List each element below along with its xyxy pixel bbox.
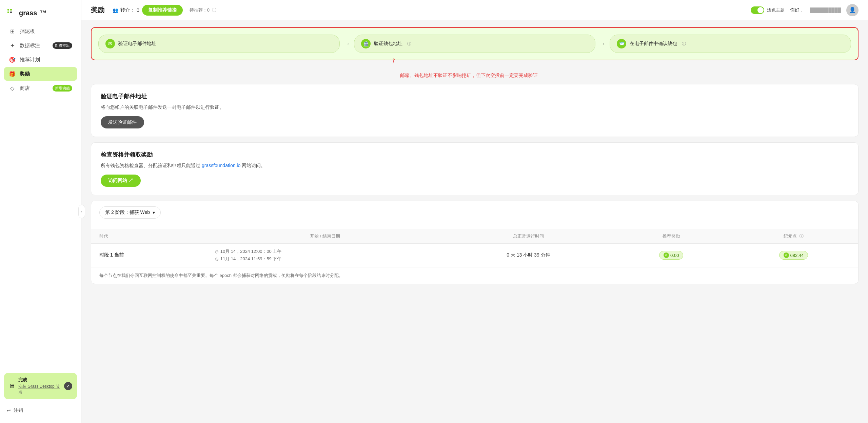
epoch-points: ⊛ 682.44 <box>729 244 858 267</box>
referral-people-icon: 👥 <box>113 7 118 13</box>
grassfoundation-link[interactable]: grassfoundation.io <box>202 163 240 168</box>
logo-icon <box>7 8 16 18</box>
chevron-down-icon: ▾ <box>153 210 155 215</box>
sidebar-item-data-label[interactable]: ✦ 数据标注 即将推出 <box>4 39 77 52</box>
sidebar-item-label: 商店 <box>20 85 30 92</box>
step-verify-wallet[interactable]: 🏦 验证钱包地址 ⓘ <box>354 35 595 53</box>
uptime: 0 天 13 小时 39 分钟 <box>443 244 614 267</box>
svg-rect-2 <box>7 12 9 13</box>
epoch-card-header: 第 2 阶段：捕获 Web ▾ <box>91 201 858 229</box>
email-verification-card: 验证电子邮件地址 将向您帐户的关联电子邮件发送一封电子邮件以进行验证。 发送验证… <box>91 84 859 137</box>
logout-button[interactable]: ↩ 注销 <box>0 403 81 418</box>
install-card-subtitle[interactable]: 安装 Grass Desktop 节点 <box>18 384 61 395</box>
svg-rect-0 <box>7 9 9 11</box>
wallet-step-info: ⓘ <box>407 41 411 47</box>
user-avatar[interactable]: 👤 <box>846 4 859 16</box>
table-footnote: 每个节点在我们夺回互联网控制权的使命中都至关重要。每个 epoch 都会捕获对网… <box>91 267 858 284</box>
username: ██████████ <box>810 7 841 13</box>
verification-steps-box: ✉ 验证电子邮件地址 → 🏦 验证钱包地址 ⓘ → 📨 在电子邮件中确认钱包 ⓘ <box>91 27 859 60</box>
check-eligibility-card: 检查资格并领取奖励 所有钱包资格检查器、分配验证和申领只能通过 grassfou… <box>91 142 859 195</box>
send-verification-email-button[interactable]: 发送验证邮件 <box>101 116 144 128</box>
email-step-icon: ✉ <box>105 39 115 48</box>
sidebar-item-label: 数据标注 <box>20 42 40 49</box>
step-verify-email[interactable]: ✉ 验证电子邮件地址 <box>98 35 340 53</box>
sidebar-item-rewards[interactable]: 🎁 奖励 <box>4 67 77 81</box>
install-card[interactable]: 🖥 完成 安装 Grass Desktop 节点 ✓ <box>4 373 77 399</box>
theme-toggle[interactable]: 浅色主题 <box>751 6 785 14</box>
start-date: 10月 14，2024 12:00：00 上午 <box>220 248 282 255</box>
end-date: 11月 14，2024 11:59：59 下午 <box>220 256 282 262</box>
content-area: ✉ 验证电子邮件地址 → 🏦 验证钱包地址 ⓘ → 📨 在电子邮件中确认钱包 ⓘ <box>81 20 868 423</box>
theme-label: 浅色主题 <box>767 7 785 13</box>
user-greeting: 你好， <box>790 7 804 13</box>
data-label-badge: 即将推出 <box>53 42 72 49</box>
sidebar-item-dashboard[interactable]: ⊞ 挡泥板 <box>4 24 77 38</box>
header-right: 浅色主题 你好， ██████████ 👤 <box>751 4 859 16</box>
step-verify-email-label: 验证电子邮件地址 <box>118 41 156 47</box>
col-epoch-points: 纪元点 ⓘ <box>729 229 858 244</box>
table-row: 时段 1 当前 ◷ 10月 14，2024 12:00：00 上午 ◷ 11月 … <box>91 244 858 267</box>
sidebar-item-shop[interactable]: ◇ 商店 新增功能 <box>4 81 77 95</box>
step-confirm-wallet[interactable]: 📨 在电子邮件中确认钱包 ⓘ <box>610 35 851 53</box>
sidebar: grass™ ⊞ 挡泥板 ✦ 数据标注 即将推出 🎯 推荐计划 🎁 奖励 ◇ 商… <box>0 0 81 423</box>
end-date-line: ◷ 11月 14，2024 11:59：59 下午 <box>215 256 435 262</box>
dashboard-icon: ⊞ <box>9 28 16 35</box>
referral-reward: ⊛ 0.00 <box>614 244 729 267</box>
epoch-selector[interactable]: 第 2 阶段：捕获 Web ▾ <box>99 206 161 219</box>
epoch-points-pill: ⊛ 682.44 <box>779 251 808 260</box>
annotation-text: 邮箱、钱包地址不验证不影响挖矿，但下次空投前一定要完成验证 <box>400 73 538 79</box>
epoch-points-icon: ⊛ <box>784 253 789 258</box>
rewards-icon: 🎁 <box>9 70 16 77</box>
col-dates: 开始 / 结束日期 <box>207 229 443 244</box>
referral-number: 0 <box>137 7 139 13</box>
info-icon: ⓘ <box>212 7 216 13</box>
sidebar-item-label: 推荐计划 <box>20 57 40 63</box>
referral-info: 👥 转介： 0 复制推荐链接 <box>113 5 183 16</box>
svg-rect-3 <box>10 12 12 13</box>
pending-referral-text: 待推荐：0 ⓘ <box>190 7 216 13</box>
main-content: 奖励 👥 转介： 0 复制推荐链接 待推荐：0 ⓘ 浅色主题 你好， █████… <box>81 0 868 423</box>
shop-icon: ◇ <box>9 85 16 92</box>
logout-label: 注销 <box>14 407 23 414</box>
referral-label: 转介： <box>120 7 135 13</box>
end-clock-icon: ◷ <box>215 257 218 261</box>
referral-count: 👥 转介： 0 <box>113 7 139 13</box>
step-arrow-2: → <box>599 40 606 47</box>
shop-badge: 新增功能 <box>53 85 72 92</box>
col-epoch: 时代 <box>91 229 207 244</box>
epoch-table: 时代 开始 / 结束日期 总正常运行时间 推荐奖励 纪元点 ⓘ <box>91 229 858 267</box>
page-title: 奖励 <box>91 5 104 15</box>
epoch-points-info: ⓘ <box>799 234 804 239</box>
check-card-desc: 所有钱包资格检查器、分配验证和申领只能通过 grassfoundation.io… <box>101 162 849 169</box>
epoch-dates: ◷ 10月 14，2024 12:00：00 上午 ◷ 11月 14，2024 … <box>207 244 443 267</box>
sidebar-item-referral[interactable]: 🎯 推荐计划 <box>4 53 77 66</box>
wallet-step-icon: 🏦 <box>361 39 371 48</box>
logout-icon: ↩ <box>7 408 11 413</box>
epoch-selector-label: 第 2 阶段：捕获 Web <box>105 209 150 216</box>
theme-switch[interactable] <box>751 6 764 14</box>
email-card-title: 验证电子邮件地址 <box>101 93 849 100</box>
epoch-name: 时段 1 当前 <box>91 244 207 267</box>
svg-rect-1 <box>10 9 12 11</box>
col-referral-reward: 推荐奖励 <box>614 229 729 244</box>
steps-row: ✉ 验证电子邮件地址 → 🏦 验证钱包地址 ⓘ → 📨 在电子邮件中确认钱包 ⓘ <box>98 35 851 53</box>
referral-icon: 🎯 <box>9 56 16 63</box>
sidebar-collapse-button[interactable]: ‹ <box>78 205 85 218</box>
data-label-icon: ✦ <box>9 42 16 49</box>
start-clock-icon: ◷ <box>215 249 218 254</box>
sidebar-item-label: 挡泥板 <box>20 28 35 35</box>
install-check-icon: ✓ <box>64 382 72 390</box>
sidebar-item-label: 奖励 <box>20 71 30 77</box>
check-card-title: 检查资格并领取奖励 <box>101 151 849 159</box>
confirm-step-info: ⓘ <box>682 41 686 47</box>
install-card-title: 完成 <box>18 377 61 383</box>
confirm-step-icon: 📨 <box>617 39 626 48</box>
start-date-line: ◷ 10月 14，2024 12:00：00 上午 <box>215 248 435 255</box>
install-card-content: 完成 安装 Grass Desktop 节点 <box>18 377 61 395</box>
header: 奖励 👥 转介： 0 复制推荐链接 待推荐：0 ⓘ 浅色主题 你好， █████… <box>81 0 868 20</box>
referral-reward-pill: ⊛ 0.00 <box>659 251 683 260</box>
visit-website-button[interactable]: 访问网站 ↗ <box>101 175 141 187</box>
copy-referral-link-button[interactable]: 复制推荐链接 <box>142 5 183 16</box>
monitor-icon: 🖥 <box>9 383 15 390</box>
logo-text: grass <box>19 9 37 17</box>
